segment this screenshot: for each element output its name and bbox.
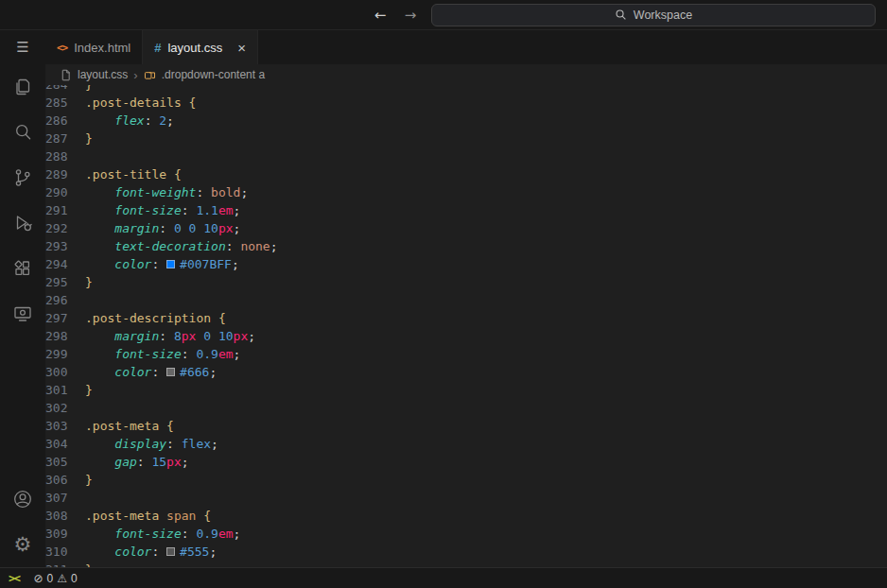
code-text: .post-description { <box>85 309 226 327</box>
problems-status[interactable]: ⊘ 0 ⚠ 0 <box>27 568 82 588</box>
color-swatch[interactable] <box>166 547 175 556</box>
explorer-icon[interactable] <box>0 64 45 110</box>
tab-label: layout.css <box>167 41 222 55</box>
code-text: } <box>85 561 93 567</box>
nav-arrows: ← → <box>371 7 420 24</box>
line-number: 301 <box>45 381 85 399</box>
line-number: 304 <box>45 435 85 453</box>
code-line[interactable]: 307 <box>45 489 887 507</box>
code-line[interactable]: 311} <box>45 561 887 567</box>
line-number: 306 <box>45 471 85 489</box>
line-number: 287 <box>45 130 85 147</box>
line-number: 284 <box>45 85 85 94</box>
code-line[interactable]: 284} <box>45 85 887 94</box>
line-number: 293 <box>45 237 85 255</box>
code-line[interactable]: 295} <box>45 273 887 291</box>
settings-gear-icon[interactable]: ⚙ <box>0 522 45 567</box>
code-line[interactable]: 302 <box>45 399 887 417</box>
code-text: color: #007BFF; <box>85 255 239 273</box>
code-line[interactable]: 294 color: #007BFF; <box>45 255 887 273</box>
code-line[interactable]: 300 color: #666; <box>45 363 887 381</box>
status-bar: >< ⊘ 0 ⚠ 0 <box>0 567 887 588</box>
code-line[interactable]: 293 text-decoration: none; <box>45 237 887 255</box>
back-icon[interactable]: ← <box>371 7 390 24</box>
code-line[interactable]: 289.post-title { <box>45 165 887 183</box>
tab-index-html[interactable]: <> Index.html <box>45 30 143 64</box>
code-text: .post-details { <box>85 94 196 112</box>
code-text: color: #555; <box>85 543 217 561</box>
remote-indicator[interactable]: >< <box>0 568 27 588</box>
line-number: 302 <box>45 399 85 417</box>
code-line[interactable]: 309 font-size: 0.9em; <box>45 525 887 543</box>
search-view-icon[interactable] <box>0 110 45 155</box>
color-swatch[interactable] <box>166 368 175 376</box>
line-number: 308 <box>45 507 85 525</box>
line-number: 295 <box>45 273 85 291</box>
code-line[interactable]: 285.post-details { <box>45 94 887 112</box>
code-line[interactable]: 306} <box>45 471 887 489</box>
code-line[interactable]: 292 margin: 0 0 10px; <box>45 219 887 237</box>
run-debug-icon[interactable] <box>0 200 45 246</box>
close-tab-icon[interactable]: × <box>237 41 246 55</box>
line-number: 299 <box>45 345 85 363</box>
code-line[interactable]: 310 color: #555; <box>45 543 887 561</box>
line-number: 305 <box>45 453 85 471</box>
line-number: 290 <box>45 183 85 201</box>
code-line[interactable]: 303.post-meta { <box>45 417 887 435</box>
code-line[interactable]: 291 font-size: 1.1em; <box>45 201 887 219</box>
code-line[interactable]: 304 display: flex; <box>45 435 887 453</box>
line-number: 289 <box>45 165 85 183</box>
code-line[interactable]: 286 flex: 2; <box>45 112 887 130</box>
code-text: } <box>85 471 93 489</box>
command-center-search[interactable]: Workspace <box>431 4 876 26</box>
code-text: flex: 2; <box>85 112 174 130</box>
code-line[interactable]: 287} <box>45 130 887 147</box>
breadcrumb-file[interactable]: layout.css <box>78 68 128 81</box>
code-text: font-weight: bold; <box>85 183 248 201</box>
code-line[interactable]: 288 <box>45 147 887 165</box>
forward-icon[interactable]: → <box>401 7 420 24</box>
line-number: 296 <box>45 291 85 309</box>
symbol-class-icon <box>144 69 156 81</box>
code-text: .post-meta span { <box>85 507 211 525</box>
menu-icon[interactable]: ☰ <box>0 30 45 64</box>
title-bar: ← → Workspace <box>0 0 887 30</box>
code-line[interactable]: 296 <box>45 291 887 309</box>
line-number: 311 <box>45 561 85 567</box>
warnings-icon: ⚠ <box>57 572 67 585</box>
remote-explorer-icon[interactable] <box>0 291 45 337</box>
line-number: 291 <box>45 201 85 219</box>
code-line[interactable]: 297.post-description { <box>45 309 887 327</box>
line-number: 310 <box>45 543 85 561</box>
code-line[interactable]: 308.post-meta span { <box>45 507 887 525</box>
line-number: 297 <box>45 309 85 327</box>
source-control-icon[interactable] <box>0 155 45 200</box>
errors-count: 0 <box>47 572 54 585</box>
errors-icon: ⊘ <box>33 572 43 585</box>
line-number: 309 <box>45 525 85 543</box>
code-editor[interactable]: 284}285.post-details {286 flex: 2;287}28… <box>45 85 887 567</box>
breadcrumb-symbol[interactable]: .dropdown-content a <box>162 68 265 81</box>
code-text: display: flex; <box>85 435 218 453</box>
accounts-icon[interactable] <box>0 476 45 522</box>
search-icon <box>615 9 627 21</box>
breadcrumb: layout.css › .dropdown-content a <box>45 64 887 85</box>
code-line[interactable]: 290 font-weight: bold; <box>45 183 887 201</box>
code-line[interactable]: 305 gap: 15px; <box>45 453 887 471</box>
code-line[interactable]: 298 margin: 8px 0 10px; <box>45 327 887 345</box>
line-number: 285 <box>45 94 85 112</box>
code-text: font-size: 0.9em; <box>85 345 240 363</box>
color-swatch[interactable] <box>166 260 175 268</box>
editor-group: <> Index.html # layout.css × layout.css <box>45 30 887 567</box>
tab-layout-css[interactable]: # layout.css × <box>143 30 258 64</box>
code-line[interactable]: 299 font-size: 0.9em; <box>45 345 887 363</box>
code-line[interactable]: 301} <box>45 381 887 399</box>
line-number: 288 <box>45 147 85 165</box>
extensions-icon[interactable] <box>0 246 45 291</box>
code-text: } <box>85 381 93 399</box>
code-text: } <box>85 273 93 291</box>
line-number: 292 <box>45 219 85 237</box>
tab-bar: <> Index.html # layout.css × <box>45 30 887 64</box>
main-area: ☰ <box>0 30 887 567</box>
line-number: 294 <box>45 255 85 273</box>
